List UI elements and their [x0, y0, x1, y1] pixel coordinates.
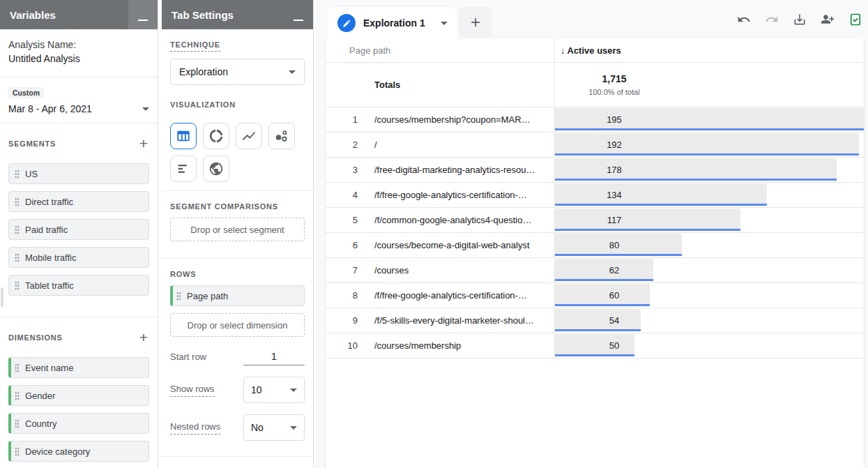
- table-row[interactable]: 4/f/free-google-analytics-certification-…: [326, 183, 864, 208]
- drag-handle-icon[interactable]: [15, 169, 20, 179]
- date-range-section: Custom Mar 8 - Apr 6, 2021: [0, 77, 158, 123]
- segment-chip-label: US: [25, 169, 38, 179]
- column-header-active-users[interactable]: ↓ Active users: [554, 39, 864, 62]
- dimension-drop-zone[interactable]: Drop or select dimension: [170, 313, 305, 337]
- rows-heading: ROWS: [170, 270, 305, 278]
- active-users-cell: 134: [555, 183, 673, 207]
- page-path-cell: /: [374, 139, 377, 150]
- dimension-chip[interactable]: Gender: [8, 385, 149, 406]
- nested-rows-select[interactable]: No: [243, 414, 305, 441]
- segment-chip-label: Paid traffic: [25, 225, 68, 235]
- totals-share: 100.0% of total: [555, 88, 673, 96]
- viz-donut-chart-button[interactable]: [203, 123, 229, 149]
- segment-chip[interactable]: Direct traffic: [8, 191, 149, 212]
- date-range-badge: Custom: [8, 87, 44, 98]
- dimension-chip[interactable]: Country: [8, 413, 149, 434]
- table-row[interactable]: 3/free-digital-marketing-analytics-resou…: [326, 158, 864, 183]
- drag-handle-icon[interactable]: [15, 281, 20, 290]
- table-row[interactable]: 5/f/common-google-analytics4-questio…117: [326, 208, 864, 233]
- date-range-selector[interactable]: Mar 8 - Apr 6, 2021: [8, 103, 149, 114]
- table-row[interactable]: 9/f/5-skills-every-digital-marketer-shou…: [326, 308, 864, 333]
- viz-bar-chart-button[interactable]: [170, 156, 197, 182]
- chevron-down-icon: [290, 426, 297, 430]
- drag-handle-icon[interactable]: [15, 419, 20, 428]
- saved-check-button[interactable]: [846, 10, 865, 29]
- drag-handle-icon[interactable]: [15, 253, 20, 262]
- dimensions-section: DIMENSIONS + Event nameGenderCountryDevi…: [0, 317, 158, 468]
- start-row-input[interactable]: [243, 348, 305, 365]
- sort-desc-icon: ↓: [561, 45, 565, 56]
- share-users-button[interactable]: [818, 10, 837, 29]
- show-rows-label: Show rows: [170, 384, 215, 397]
- chevron-down-icon: [142, 107, 149, 111]
- dimension-chip[interactable]: Event name: [8, 357, 149, 378]
- canvas-area: Exploration 1 + Page path ↓ Active users…: [314, 0, 868, 468]
- drag-handle-icon[interactable]: [15, 447, 20, 456]
- dimension-chip-label: Gender: [25, 391, 55, 401]
- add-dimension-button[interactable]: +: [138, 330, 149, 345]
- add-segment-button[interactable]: +: [138, 136, 149, 151]
- table-row[interactable]: 1/courses/membership?coupon=MAR…195: [326, 107, 864, 133]
- segment-comparisons-section: SEGMENT COMPARISONS Drop or select segme…: [162, 191, 313, 259]
- dimension-chip[interactable]: Device category: [8, 441, 149, 462]
- tab-settings-title: Tab Settings: [172, 9, 234, 21]
- viz-table-button[interactable]: [170, 123, 197, 149]
- nested-rows-value: No: [251, 422, 264, 433]
- viz-scatter-plot-button[interactable]: [268, 123, 295, 149]
- row-rank: 3: [326, 165, 358, 175]
- active-users-cell: 54: [555, 308, 673, 333]
- saved-check-icon: [848, 13, 862, 27]
- drag-handle-icon[interactable]: [15, 225, 20, 234]
- page-path-cell: /f/common-google-analytics4-questio…: [374, 215, 531, 225]
- analysis-name-value[interactable]: Untitled Analysis: [8, 52, 149, 66]
- column-header-page-path[interactable]: Page path: [326, 39, 554, 62]
- redo-button[interactable]: [762, 10, 782, 29]
- show-rows-select[interactable]: 10: [243, 377, 305, 403]
- totals-value: 1,715: [555, 73, 673, 84]
- add-tab-button[interactable]: +: [459, 7, 492, 38]
- drag-handle-icon[interactable]: [15, 391, 20, 400]
- drag-handle-icon[interactable]: [15, 197, 20, 206]
- undo-icon: [737, 13, 751, 27]
- segment-chip[interactable]: US: [8, 163, 149, 184]
- table-row[interactable]: 10/courses/membership50: [326, 333, 864, 358]
- viz-geo-map-button[interactable]: [203, 156, 229, 182]
- line-chart-icon: [241, 128, 257, 144]
- minimize-icon: [294, 20, 303, 21]
- drag-handle-icon[interactable]: [15, 363, 20, 372]
- exploration-tab[interactable]: Exploration 1: [328, 7, 457, 39]
- row-dimension-chip[interactable]: Page path: [170, 285, 305, 306]
- start-row-label: Start row: [170, 352, 206, 362]
- drag-handle-icon[interactable]: [176, 292, 181, 301]
- technique-select[interactable]: Exploration: [170, 59, 305, 85]
- segments-list: USDirect trafficPaid trafficMobile traff…: [8, 163, 149, 296]
- visualization-heading: VISUALIZATION: [170, 100, 305, 109]
- segment-chip[interactable]: Tablet traffic: [8, 275, 149, 296]
- segment-chip[interactable]: Paid traffic: [8, 219, 149, 240]
- active-users-cell: 178: [555, 158, 673, 182]
- variables-minimize-button[interactable]: [128, 0, 158, 29]
- analysis-name-label: Analysis Name:: [8, 38, 149, 52]
- panel-scrollbar[interactable]: [1, 287, 3, 307]
- row-rank: 9: [326, 315, 358, 326]
- chevron-down-icon[interactable]: [441, 22, 448, 25]
- undo-button[interactable]: [734, 10, 754, 29]
- technique-selected-value: Exploration: [179, 66, 228, 77]
- segment-drop-zone[interactable]: Drop or select segment: [170, 218, 305, 241]
- nested-rows-setting: Nested rows No: [170, 414, 305, 441]
- start-row-setting: Start row: [170, 348, 305, 365]
- tab-settings-minimize-button[interactable]: [284, 0, 313, 29]
- page-path-cell: /free-digital-marketing-analytics-resou…: [374, 165, 535, 175]
- page-path-cell: /f/free-google-analytics-certification-…: [374, 190, 527, 200]
- active-users-cell: 62: [555, 258, 673, 282]
- segment-chip[interactable]: Mobile traffic: [8, 247, 149, 268]
- share-users-icon: [821, 13, 835, 27]
- table-row[interactable]: 7/courses62: [326, 258, 864, 283]
- table-row[interactable]: 8/f/free-google-analytics-certification-…: [326, 283, 864, 308]
- download-button[interactable]: [790, 10, 809, 29]
- table-row[interactable]: 6/courses/become-a-digital-web-analyst80: [326, 233, 864, 258]
- chevron-down-icon: [289, 70, 296, 74]
- segments-heading: SEGMENTS: [8, 139, 56, 148]
- table-row[interactable]: 2/192: [326, 133, 864, 158]
- viz-line-chart-button[interactable]: [236, 123, 262, 149]
